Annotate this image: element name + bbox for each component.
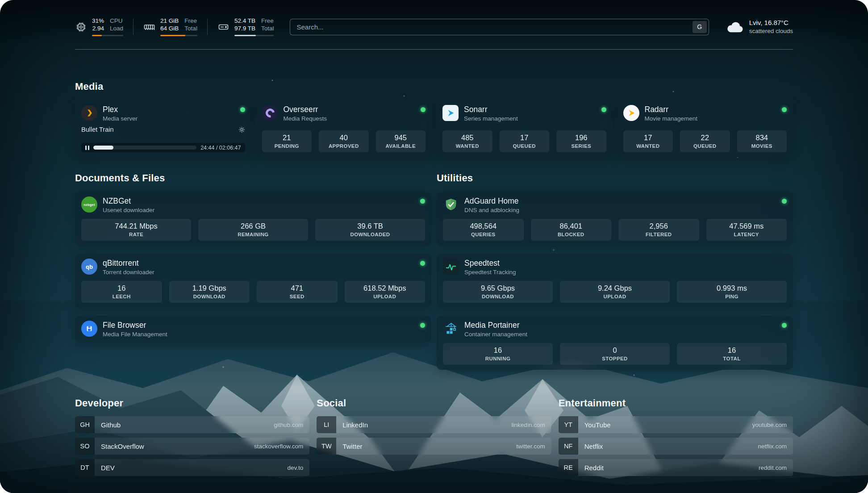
disk-free-label: Free <box>261 17 274 25</box>
bookmark-linkedin[interactable]: LI LinkedIn linkedin.com <box>317 416 551 433</box>
search-input[interactable] <box>290 19 709 35</box>
portainer-icon <box>443 321 459 337</box>
weather-condition: scattered clouds <box>749 27 793 35</box>
bookmark-abbr: NF <box>559 438 578 455</box>
stat-wanted: 17 WANTED <box>623 130 673 152</box>
memory-widget: 21 GiB 64 GiB Free Total <box>143 17 197 36</box>
status-dot <box>601 107 606 112</box>
status-dot <box>420 199 425 204</box>
stat-total: 16 TOTAL <box>677 343 787 365</box>
memory-free-label: Free <box>184 17 197 25</box>
plex-icon <box>81 105 97 121</box>
playback-progress: 24:44 / 02:06:47 <box>81 143 245 152</box>
bookmark-name: Twitter <box>342 443 362 450</box>
stat-ping: 0.993 ms PING <box>677 281 787 303</box>
status-dot <box>420 323 425 328</box>
disk-total-value: 97.9 TB <box>234 25 255 33</box>
section-entertainment: Entertainment YT YouTube youtube.com NF … <box>559 397 793 476</box>
section-media: Media Plex Media server <box>75 81 793 157</box>
memory-total-value: 64 GiB <box>160 25 179 33</box>
bookmark-abbr: SO <box>75 438 95 455</box>
portainer-card[interactable]: Media Portainer Container management 16 … <box>437 316 793 370</box>
bookmark-abbr: TW <box>317 438 336 455</box>
bookmark-name: StackOverflow <box>101 443 144 450</box>
service-name: Overseerr <box>284 105 327 114</box>
stat-running: 16 RUNNING <box>443 343 553 365</box>
bookmark-abbr: YT <box>559 416 578 433</box>
qbittorrent-card[interactable]: qb qBittorrent Torrent downloader 16 LEE… <box>75 254 431 308</box>
speedtest-card[interactable]: Speedtest Speedtest Tracking 9.65 Gbps D… <box>437 254 793 308</box>
status-dot <box>421 107 426 112</box>
service-desc: Movie management <box>645 115 698 122</box>
filebrowser-card[interactable]: File Browser Media File Management <box>75 316 431 343</box>
section-documents: Documents & Files nzbget NZBGet Usenet d… <box>75 172 431 370</box>
stat-leech: 16 LEECH <box>81 281 162 303</box>
stat-queued: 22 QUEUED <box>680 130 730 152</box>
service-desc: Media Requests <box>284 115 327 122</box>
stat-queued: 17 QUEUED <box>500 130 550 152</box>
service-name: NZBGet <box>103 196 154 205</box>
stat-upload: 618.52 Mbps UPLOAD <box>345 281 426 303</box>
topbar: 31% 2.94 CPU Load <box>75 16 793 38</box>
media-section-title: Media <box>75 81 793 92</box>
search-provider-button[interactable]: G <box>693 21 707 33</box>
bookmark-url: youtube.com <box>752 422 787 428</box>
cpu-load-value: 2.94 <box>92 25 104 33</box>
stat-download: 1.19 Gbps DOWNLOAD <box>169 281 250 303</box>
cpu-icon <box>75 21 87 33</box>
stat-series: 196 SERIES <box>556 130 606 152</box>
bookmark-url: twitter.com <box>516 443 545 450</box>
bookmark-reddit[interactable]: RE Reddit reddit.com <box>559 459 793 476</box>
stat-pending: 21 PENDING <box>262 130 312 152</box>
status-dot <box>420 261 425 266</box>
adguard-icon <box>443 196 459 213</box>
now-playing-title: Bullet Train <box>81 126 114 133</box>
radarr-icon <box>623 105 639 121</box>
bookmark-netflix[interactable]: NF Netflix netflix.com <box>559 438 793 455</box>
gear-icon[interactable] <box>238 126 245 133</box>
bookmark-stackoverflow[interactable]: SO StackOverflow stackoverflow.com <box>75 438 309 455</box>
service-name: Speedtest <box>464 259 516 267</box>
bookmark-abbr: DT <box>75 459 95 476</box>
cpu-load-label: Load <box>110 25 123 33</box>
overseerr-card[interactable]: Overseerr Media Requests 21 PENDING 40 A… <box>256 100 432 157</box>
memory-free-value: 21 GiB <box>160 17 179 25</box>
overseerr-icon <box>262 105 278 121</box>
service-desc: Torrent downloader <box>103 269 154 276</box>
stat-download: 9.65 Gbps DOWNLOAD <box>443 281 553 303</box>
bookmark-url: stackoverflow.com <box>254 443 303 450</box>
service-desc: Media server <box>103 115 138 122</box>
bookmark-name: YouTube <box>584 421 611 429</box>
cpu-label: CPU <box>110 17 123 25</box>
sonarr-card[interactable]: Sonarr Series management 485 WANTED 17 Q… <box>436 100 613 157</box>
adguard-card[interactable]: AdGuard Home DNS and adblocking 498,564 … <box>437 192 793 246</box>
stat-remaining: 266 GB REMAINING <box>198 219 308 241</box>
bookmark-dev[interactable]: DT DEV dev.to <box>75 459 309 476</box>
stat-approved: 40 APPROVED <box>319 130 369 152</box>
status-dot <box>782 323 787 328</box>
section-social: Social LI LinkedIn linkedin.com TW Twitt… <box>317 397 551 476</box>
bookmark-twitter[interactable]: TW Twitter twitter.com <box>317 438 551 455</box>
stat-downloaded: 39.6 TB DOWNLOADED <box>315 219 425 241</box>
pause-icon[interactable] <box>85 146 89 150</box>
stat-latency: 47.569 ms LATENCY <box>706 219 787 241</box>
section-developer: Developer GH Github github.com SO StackO… <box>75 397 309 476</box>
disk-free-value: 52.4 TB <box>234 17 255 25</box>
progress-track[interactable] <box>93 146 196 150</box>
disk-total-label: Total <box>261 25 274 33</box>
bookmark-youtube[interactable]: YT YouTube youtube.com <box>559 416 793 433</box>
bookmark-github[interactable]: GH Github github.com <box>75 416 309 433</box>
cpu-usage-value: 31% <box>92 17 104 25</box>
nzbget-card[interactable]: nzbget NZBGet Usenet downloader 744.21 M… <box>75 192 431 246</box>
topbar-separator <box>133 19 134 35</box>
plex-card[interactable]: Plex Media server Bullet Train <box>75 100 251 157</box>
service-name: Radarr <box>645 105 698 114</box>
service-name: AdGuard Home <box>464 196 519 205</box>
radarr-card[interactable]: Radarr Movie management 17 WANTED 22 QUE… <box>617 100 793 157</box>
service-name: Media Portainer <box>464 321 527 330</box>
stat-rate: 744.21 Mbps RATE <box>81 219 191 241</box>
entertainment-section-title: Entertainment <box>559 397 793 409</box>
status-dot <box>782 107 787 112</box>
topbar-divider <box>75 49 793 50</box>
status-dot <box>240 107 245 112</box>
